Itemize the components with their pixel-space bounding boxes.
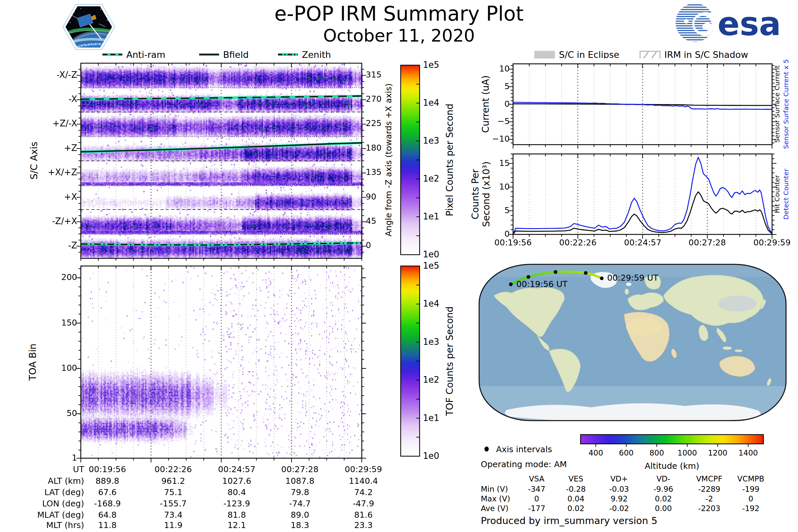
voltage-row-label-0: Min (V) (481, 485, 508, 494)
voltage-cell: -2203 (689, 505, 729, 513)
alt-colorbar-tick-2: 800 (642, 449, 672, 457)
pixel-right-tick-4: 135 (366, 168, 396, 177)
ephemeris-cell: 1027.6 (205, 476, 268, 486)
ephemeris-cell: 961.2 (141, 476, 205, 486)
map-sahara-tint (626, 318, 662, 336)
counts-ylabel-line2: Second (x10³) (481, 161, 492, 227)
cassiope-label: CASSIOPE (74, 42, 103, 48)
tof-colorbar-tick-2: 1e2 (423, 375, 439, 385)
altitude-colorbar-label: Altitude (km) (622, 461, 722, 471)
produced-by-label: Produced by irm_summary version 5 (481, 515, 657, 526)
pixel-row-label-0: -X/-Z (13, 70, 77, 80)
tof-colorbar-tick-1: 1e1 (423, 413, 439, 423)
bfield-line-sample (198, 51, 220, 58)
voltage-cell: -0.28 (556, 485, 596, 494)
alt-colorbar-tick-0: 400 (581, 449, 611, 457)
ephemeris-cell: 1087.8 (268, 476, 331, 486)
current-ytick-4: −10 (476, 134, 510, 144)
voltage-cell: 0 (731, 495, 771, 504)
map-antarctica (505, 403, 760, 421)
shadow-hatch-swatch (640, 51, 660, 59)
ephemeris-cell: 11.8 (76, 521, 139, 530)
pixel-colorbar-tick-4: 1e4 (423, 98, 439, 108)
pixel-colorbar-tick-5: 1e5 (423, 60, 439, 70)
pixel-right-tick-3: 180 (366, 143, 396, 153)
ephemeris-cell: 79.8 (268, 488, 331, 497)
pixel-row-label-7: -Z (13, 241, 77, 250)
voltage-col-header-2: VD+ (599, 475, 639, 483)
current-right-label-black: Sensor Surface Current (773, 65, 781, 143)
current-ytick-1: 5 (476, 82, 510, 91)
ephemeris-cell: 1140.4 (332, 476, 395, 486)
tof-colorbar-tick-4: 1e4 (423, 299, 439, 308)
pixel-right-axis-label: Angle from -Z axis (towards +X axis) (384, 83, 393, 237)
toa-spectrogram-plot (75, 261, 367, 463)
counts-ylabel-line1: Counts Per (470, 161, 481, 227)
toa-ytick-0: 200 (44, 273, 77, 282)
track-start-time-label: 00:19:56 UT (516, 280, 568, 289)
counts-xtick-4: 00:29:59 (744, 238, 798, 247)
voltage-col-header-3: VD- (643, 475, 683, 483)
pixel-colorbar-tick-3: 1e3 (423, 136, 439, 146)
pixel-row-label-6: -Z/+X (13, 216, 77, 226)
counts-ylabel: Counts Per Second (x10³) (470, 161, 492, 227)
ephemeris-row-label-1: ALT (km) (8, 476, 84, 486)
alt-colorbar-tick-1: 600 (611, 449, 641, 457)
counts-ytick-1: 10 (476, 182, 510, 191)
pixel-row-label-4: +X/+Z (13, 168, 77, 177)
ephemeris-cell: 00:22:26 (141, 465, 205, 474)
counts-ytick-0: 15 (476, 158, 510, 168)
alt-colorbar-tick-4: 1200 (703, 449, 733, 457)
ephemeris-cell: -168.9 (76, 499, 139, 508)
voltage-cell: -9.96 (643, 485, 683, 494)
pixel-right-tick-5: 90 (366, 192, 396, 202)
voltage-cell: -199 (731, 485, 771, 494)
pixel-right-tick-0: 315 (366, 70, 396, 79)
pixel-colorbar-tick-1: 1e1 (423, 212, 439, 222)
ephemeris-cell: 67.6 (76, 488, 139, 497)
alt-colorbar-tick-5: 1400 (733, 449, 763, 457)
voltage-row-label-1: Max (V) (481, 495, 510, 504)
alt-colorbar-tick-3: 1000 (672, 449, 702, 457)
axis-intervals-label: Axis intervals (496, 445, 552, 454)
current-line-plot (508, 58, 777, 150)
voltage-cell: -177 (517, 505, 557, 513)
voltage-cell: -0.03 (599, 485, 639, 494)
page-subtitle: October 11, 2020 (200, 26, 598, 45)
ephemeris-cell: 74.2 (332, 488, 395, 497)
ephemeris-cell: 81.6 (332, 510, 395, 520)
ephemeris-cell: 89.0 (268, 510, 331, 520)
pixel-right-tick-7: 0 (366, 241, 396, 250)
voltage-cell: -2 (689, 495, 729, 504)
voltage-cell: -192 (731, 505, 771, 513)
ephemeris-cell: 00:19:56 (76, 465, 139, 474)
tof-colorbar (397, 263, 423, 459)
ephemeris-cell: -47.9 (332, 499, 395, 508)
ephemeris-row-label-3: LON (deg) (8, 499, 84, 508)
ephemeris-cell: -74.7 (268, 499, 331, 508)
counters-line-plot (508, 149, 777, 240)
map-iceland (626, 283, 631, 286)
voltage-cell: 0.02 (643, 495, 683, 504)
ephemeris-cell: 00:27:28 (268, 465, 331, 474)
ephemeris-row-label-2: LAT (deg) (8, 488, 84, 497)
tof-colorbar-tick-3: 1e3 (423, 337, 439, 347)
voltage-row-label-2: Ave (V) (481, 505, 508, 513)
counts-xtick-3: 00:27:28 (679, 238, 736, 247)
figure-root: CASSIOPE e-POP IRM Summary Plot October … (0, 0, 798, 532)
map-indonesia-2 (735, 349, 742, 352)
ephemeris-cell: 64.8 (76, 510, 139, 520)
page-title: e-POP IRM Summary Plot (200, 3, 598, 25)
ephemeris-cell: 889.8 (76, 476, 139, 486)
axis-interval-dot-1 (527, 275, 530, 279)
cassiope-patch-logo: CASSIOPE (61, 2, 117, 52)
map-indonesia-1 (723, 346, 732, 350)
voltage-col-header-4: VMCPF (689, 475, 729, 483)
counts-ytick-2: 5 (476, 206, 510, 215)
counts-xtick-0: 00:19:56 (485, 238, 541, 247)
toa-ytick-3: 50 (44, 408, 77, 418)
toa-ytick-1: 150 (44, 318, 77, 327)
toa-ytick-4: 1 (44, 453, 77, 462)
axis-interval-dot-3 (584, 271, 588, 274)
ephemeris-cell: 73.4 (141, 510, 205, 520)
